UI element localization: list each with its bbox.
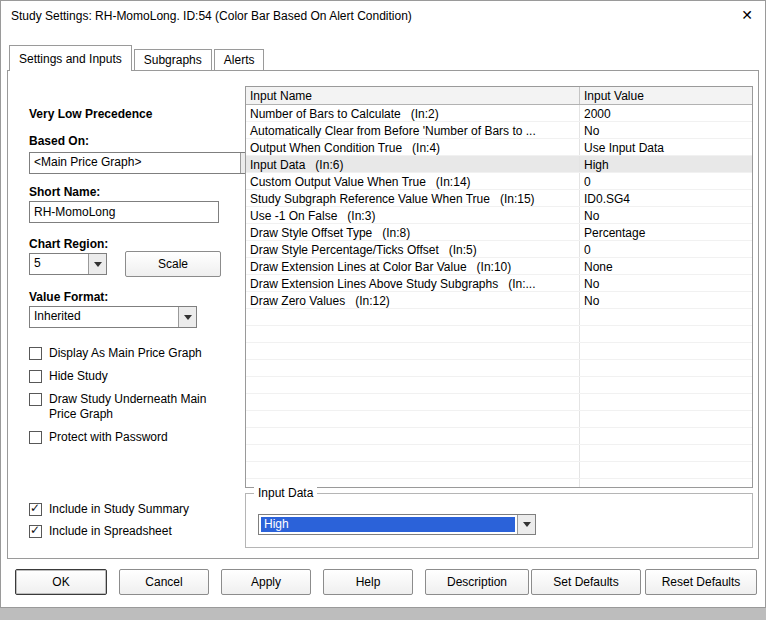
table-row-empty bbox=[246, 479, 752, 488]
close-icon[interactable]: ✕ bbox=[741, 7, 753, 23]
cancel-button[interactable]: Cancel bbox=[119, 569, 209, 595]
table-row-empty bbox=[246, 428, 752, 445]
apply-button[interactable]: Apply bbox=[221, 569, 311, 595]
checkbox-include-in-study-summary[interactable]: ✓ Include in Study Summary bbox=[29, 502, 189, 517]
input-data-group-title: Input Data bbox=[254, 486, 317, 500]
input-data-dropdown[interactable]: High bbox=[258, 514, 536, 535]
value-format-dropdown[interactable]: Inherited bbox=[29, 306, 197, 328]
table-row[interactable]: Automatically Clear from Before 'Number … bbox=[246, 122, 752, 139]
help-button[interactable]: Help bbox=[323, 569, 413, 595]
table-row[interactable]: Output When Condition True (In:4) Use In… bbox=[246, 139, 752, 156]
checkbox-unchecked-icon bbox=[29, 370, 42, 383]
window-title: Study Settings: RH-MomoLong. ID:54 (Colo… bbox=[11, 9, 412, 23]
table-row-empty bbox=[246, 411, 752, 428]
ok-button[interactable]: OK bbox=[15, 569, 107, 595]
value-format-label: Value Format: bbox=[29, 290, 108, 304]
table-row[interactable]: Draw Extension Lines Above Study Subgrap… bbox=[246, 275, 752, 292]
study-settings-dialog: Study Settings: RH-MomoLong. ID:54 (Colo… bbox=[0, 0, 766, 608]
checkbox-checked-icon: ✓ bbox=[29, 503, 42, 516]
column-header-input-value: Input Value bbox=[580, 87, 752, 104]
table-row[interactable]: Draw Style Percentage/Ticks Offset (In:5… bbox=[246, 241, 752, 258]
tab-strip: Settings and Inputs Subgraphs Alerts bbox=[9, 45, 266, 71]
table-row[interactable]: Draw Zero Values (In:12) No bbox=[246, 292, 752, 309]
table-row[interactable]: Draw Extension Lines at Color Bar Value … bbox=[246, 258, 752, 275]
table-row-empty bbox=[246, 462, 752, 479]
table-row[interactable]: Use -1 On False (In:3) No bbox=[246, 207, 752, 224]
column-header-input-name: Input Name bbox=[246, 87, 580, 104]
table-row-empty bbox=[246, 445, 752, 462]
tab-alerts[interactable]: Alerts bbox=[214, 49, 265, 70]
checkbox-unchecked-icon bbox=[29, 431, 42, 444]
input-data-group: Input Data High bbox=[245, 493, 753, 548]
table-row-empty bbox=[246, 377, 752, 394]
tab-subgraphs[interactable]: Subgraphs bbox=[134, 49, 212, 70]
checkbox-protect-with-password[interactable]: Protect with Password bbox=[29, 430, 168, 445]
checkbox-unchecked-icon bbox=[29, 347, 42, 360]
dropdown-arrow-icon bbox=[517, 515, 535, 534]
table-row[interactable]: Draw Style Offset Type (In:8) Percentage bbox=[246, 224, 752, 241]
precedence-label: Very Low Precedence bbox=[29, 107, 152, 121]
chart-region-value: 5 bbox=[30, 254, 88, 274]
inputs-table-header: Input Name Input Value bbox=[246, 87, 752, 105]
table-row-empty bbox=[246, 326, 752, 343]
checkbox-include-in-spreadsheet[interactable]: ✓ Include in Spreadsheet bbox=[29, 524, 172, 539]
value-format-value: Inherited bbox=[30, 307, 178, 327]
reset-defaults-button[interactable]: Reset Defaults bbox=[645, 569, 757, 595]
dropdown-arrow-icon bbox=[178, 307, 196, 327]
checkbox-checked-icon: ✓ bbox=[29, 525, 42, 538]
checkbox-draw-study-underneath[interactable]: Draw Study Underneath Main Price Graph bbox=[29, 392, 209, 422]
based-on-label: Based On: bbox=[29, 134, 89, 148]
chart-region-dropdown[interactable]: 5 bbox=[29, 253, 107, 275]
table-row[interactable]: Study Subgraph Reference Value When True… bbox=[246, 190, 752, 207]
tab-settings-and-inputs[interactable]: Settings and Inputs bbox=[9, 45, 132, 71]
title-bar: Study Settings: RH-MomoLong. ID:54 (Colo… bbox=[1, 1, 765, 31]
checkbox-unchecked-icon bbox=[29, 393, 42, 406]
table-row-empty bbox=[246, 360, 752, 377]
table-row[interactable]: Number of Bars to Calculate (In:2) 2000 bbox=[246, 105, 752, 122]
input-data-selected-value: High bbox=[261, 517, 515, 532]
description-button[interactable]: Description bbox=[425, 569, 529, 595]
dropdown-arrow-icon bbox=[88, 254, 106, 274]
checkbox-hide-study[interactable]: Hide Study bbox=[29, 369, 108, 384]
based-on-dropdown[interactable]: <Main Price Graph> bbox=[29, 152, 259, 174]
based-on-value: <Main Price Graph> bbox=[30, 153, 240, 173]
table-row[interactable]: Custom Output Value When True (In:14) 0 bbox=[246, 173, 752, 190]
checkbox-display-as-main-price-graph[interactable]: Display As Main Price Graph bbox=[29, 346, 202, 361]
table-row-empty bbox=[246, 343, 752, 360]
set-defaults-button[interactable]: Set Defaults bbox=[531, 569, 641, 595]
table-row-selected[interactable]: Input Data (In:6) High bbox=[246, 156, 752, 173]
table-row-empty bbox=[246, 394, 752, 411]
table-row-empty bbox=[246, 309, 752, 326]
inputs-table: Input Name Input Value Number of Bars to… bbox=[245, 86, 753, 488]
chart-region-label: Chart Region: bbox=[29, 237, 108, 251]
short-name-label: Short Name: bbox=[29, 185, 100, 199]
short-name-input[interactable] bbox=[29, 201, 219, 223]
scale-button[interactable]: Scale bbox=[125, 251, 221, 277]
